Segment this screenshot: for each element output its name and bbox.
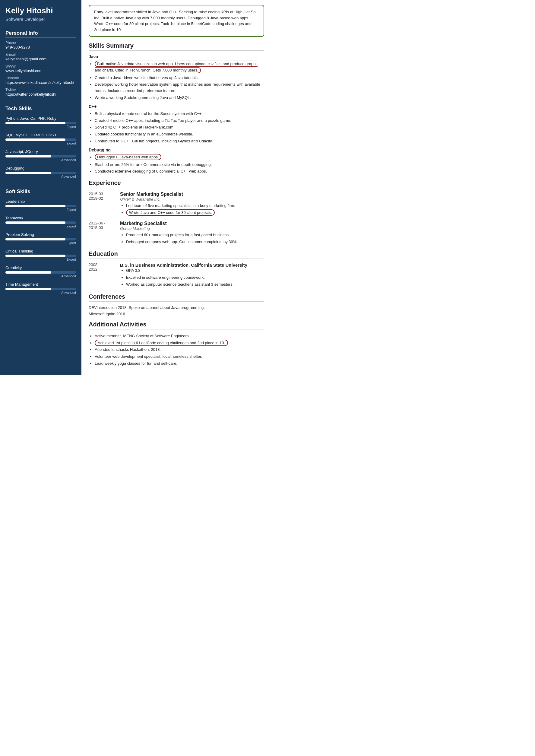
skill-python-bar (5, 122, 76, 124)
skill-python-fill (5, 122, 66, 124)
exp-bullet-1-0: Produced 60+ marketing projects for a fa… (126, 232, 264, 238)
skill-sql-level: Expert (5, 141, 76, 145)
cpp-item-2: Solved 42 C++ problems at HackerRank.com… (95, 124, 264, 131)
skill-creativity-level: Advanced (5, 274, 76, 278)
skills-summary-title: Skills Summary (89, 42, 264, 51)
linkedin-value: https://www.linkedin.com/in/kelly-hitosh… (5, 80, 76, 85)
exp-bullet-0-0: Led team of five marketing specialists i… (126, 203, 264, 209)
skill-leadership-name: Leadership (5, 199, 76, 204)
add-item-3: Volunteer web development specialist, lo… (95, 354, 264, 360)
skill-creativity-fill (5, 271, 51, 274)
skill-js-name: Javascript, JQuery (5, 149, 76, 154)
twitter-value: https://twitter.com/kellyhitoshi (5, 92, 76, 97)
skill-time-management-name: Time Management (5, 282, 76, 287)
exp-job-title-0: Senior Marketing Specialist (120, 191, 264, 197)
tech-skills-title: Tech Skills (5, 105, 76, 113)
skill-time-management: Time Management Advanced (5, 282, 76, 294)
debugging-item-0: Debugged 8 Java-based web apps. (95, 154, 264, 160)
soft-skills-section: Soft Skills Leadership Expert Teamwork E… (0, 185, 81, 301)
skill-debug: Debugging Advanced (5, 166, 76, 178)
add-item-4: Lead weekly yoga classes for fun and sel… (95, 361, 264, 367)
debugging-title: Debugging (89, 148, 264, 152)
skill-creativity: Creativity Advanced (5, 266, 76, 278)
tech-skills-section: Tech Skills Python, Java, C#, PHP, Ruby … (0, 102, 81, 185)
edu-bullet-0-2: Worked as computer science teacher's ass… (126, 281, 264, 288)
personal-info-title: Personal Info (5, 30, 76, 38)
conf-item-1: Microsoft Ignite 2016. (89, 312, 264, 316)
skill-critical-thinking-level: Expert (5, 258, 76, 261)
linkedin-item: LinkedIn https://www.linkedin.com/in/kel… (5, 76, 76, 85)
debugging-item-1: Slashed errors 25% for an eCommerce site… (95, 162, 264, 168)
phone-label: Phone (5, 41, 76, 45)
skill-teamwork-bar (5, 221, 76, 224)
skill-problem-solving-bar (5, 238, 76, 241)
skill-time-management-fill (5, 288, 51, 290)
cpp-title: C++ (89, 104, 264, 109)
candidate-name: Kelly Hitoshi (5, 6, 76, 15)
sidebar: Kelly Hitoshi Software Developer Persona… (0, 0, 81, 375)
personal-info-section: Personal Info Phone 949-300-9278 E-mail … (0, 27, 81, 102)
skill-sql-bar (5, 138, 76, 141)
cpp-item-1: Created 4 mobile C++ apps, including a T… (95, 118, 264, 124)
skill-js-fill (5, 155, 51, 158)
skill-critical-thinking-fill (5, 255, 66, 257)
java-section: Java Built native Java data visualizatio… (89, 54, 264, 101)
java-item-0: Built native Java data visualization web… (95, 61, 264, 73)
sidebar-header: Kelly Hitoshi Software Developer (0, 0, 81, 27)
cpp-section: C++ Built a physical remote control for … (89, 104, 264, 144)
exp-bullet-0-1: Wrote Java and C++ code for 30 client pr… (126, 210, 264, 216)
edu-bullet-0-1: Excelled in software engineering coursew… (126, 275, 264, 281)
cpp-item-3: Updated cookies functionality in an eCom… (95, 131, 264, 137)
skill-js-level: Advanced (5, 158, 76, 162)
skill-debug-name: Debugging (5, 166, 76, 170)
email-value: kellyhitoshi@gmail.com (5, 57, 76, 61)
skill-leadership-level: Expert (5, 208, 76, 212)
exp-bullets-1: Produced 60+ marketing projects for a fa… (120, 232, 264, 245)
skill-sql-fill (5, 138, 66, 141)
skill-python: Python, Java, C#, PHP, Ruby Expert (5, 116, 76, 129)
summary-box: Entry-level programmer skilled in Java a… (89, 5, 264, 37)
edu-bullet-0-0: GPA 3.8 (126, 268, 264, 274)
conf-item-0: DEVintersection 2018. Spoke on a panel a… (89, 305, 264, 310)
add-item-2: Attended lunchacks Hackathon, 2018. (95, 347, 264, 353)
edu-content-0: B.S. in Business Administration, Califor… (120, 262, 264, 288)
skill-problem-solving-fill (5, 238, 66, 241)
skill-time-management-level: Advanced (5, 291, 76, 294)
debugging-section: Debugging Debugged 8 Java-based web apps… (89, 148, 264, 175)
java-item-1: Created a Java-driven website that serve… (95, 75, 264, 81)
exp-job-title-1: Marketing Specialist (120, 221, 264, 226)
java-item-3: Wrote a working Sudoku game using Java a… (95, 95, 264, 101)
exp-company-0: O'Neil & Watanabe Inc. (120, 197, 264, 201)
education-title: Education (89, 250, 264, 259)
edu-date-0: 2008 -2012 (89, 262, 116, 288)
debugging-highlight-0: Debugged 8 Java-based web apps. (95, 154, 161, 160)
www-item: WWW www.kellyhitoshi.com (5, 64, 76, 73)
summary-text: Entry-level programmer skilled in Java a… (94, 10, 256, 32)
edu-bullets-0: GPA 3.8 Excelled in software engineering… (120, 268, 264, 287)
skill-teamwork-level: Expert (5, 224, 76, 228)
edu-row-0: 2008 -2012 B.S. in Business Administrati… (89, 262, 264, 288)
skill-problem-solving-name: Problem Solving (5, 232, 76, 237)
exp-bullets-0: Led team of five marketing specialists i… (120, 203, 264, 216)
skill-time-management-bar (5, 288, 76, 290)
skill-debug-fill (5, 172, 51, 174)
phone-value: 949-300-9278 (5, 45, 76, 49)
debugging-item-2: Conducted extensive debugging of 6 comme… (95, 168, 264, 175)
exp-row-1: 2012-06 -2015-03 Marketing Specialist Or… (89, 221, 264, 246)
exp-company-1: Orinco Marketing (120, 226, 264, 231)
email-label: E-mail (5, 52, 76, 57)
edu-degree-0: B.S. in Business Administration, Califor… (120, 262, 264, 268)
www-label: WWW (5, 64, 76, 69)
exp-row-0: 2015-03 -2019-02 Senior Marketing Specia… (89, 191, 264, 217)
additional-title: Additional Activities (89, 321, 264, 330)
debugging-list: Debugged 8 Java-based web apps. Slashed … (89, 154, 264, 175)
skill-debug-bar (5, 172, 76, 174)
exp-date-1: 2012-06 -2015-03 (89, 221, 116, 246)
main-content: Entry-level programmer skilled in Java a… (81, 0, 271, 375)
java-title: Java (89, 54, 264, 59)
skill-critical-thinking-name: Critical Thinking (5, 249, 76, 253)
java-item-2: Developed working hotel reservation syst… (95, 81, 264, 94)
java-highlight-0: Built native Java data visualization web… (95, 61, 258, 73)
skill-js: Javascript, JQuery Advanced (5, 149, 76, 162)
skill-problem-solving: Problem Solving Expert (5, 232, 76, 245)
